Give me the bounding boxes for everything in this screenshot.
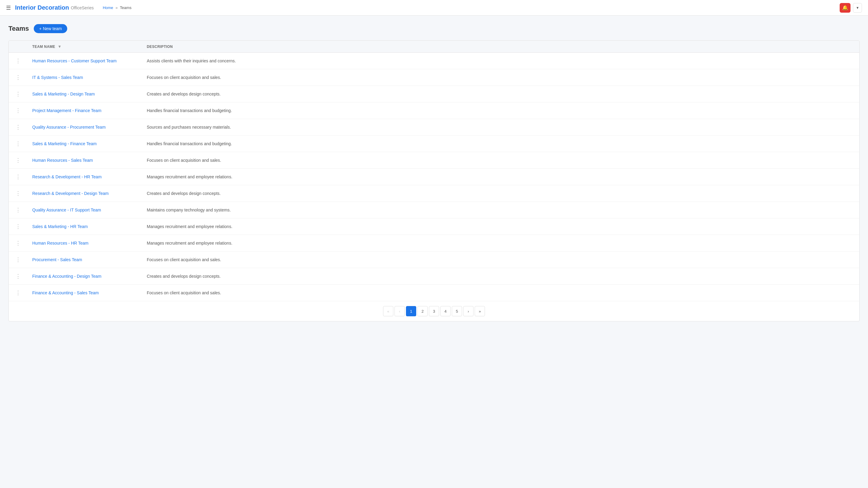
team-name-link[interactable]: Finance & Accounting - Design Team xyxy=(32,274,101,279)
app-title: Interior Decoration xyxy=(15,4,69,11)
row-desc-cell: Creates and develops design concepts. xyxy=(142,185,859,202)
team-name-link[interactable]: Quality Assurance - Procurement Team xyxy=(32,125,105,130)
row-desc-cell: Focuses on client acquisition and sales. xyxy=(142,252,859,268)
new-team-button[interactable]: + New team xyxy=(34,24,67,33)
table-row: ⋮Sales & Marketing - Design TeamCreates … xyxy=(9,86,859,102)
team-name-link[interactable]: Sales & Marketing - Design Team xyxy=(32,92,95,96)
row-name-cell: Procurement - Sales Team xyxy=(27,252,142,268)
row-name-cell: Research & Development - HR Team xyxy=(27,169,142,185)
row-name-cell: Finance & Accounting - Design Team xyxy=(27,268,142,285)
row-action-cell: ⋮ xyxy=(9,285,27,301)
page-first-button[interactable]: « xyxy=(383,306,393,316)
row-action-cell: ⋮ xyxy=(9,119,27,135)
row-desc-cell: Manages recruitment and employee relatio… xyxy=(142,169,859,185)
row-description: Manages recruitment and employee relatio… xyxy=(147,241,232,246)
row-menu-dots[interactable]: ⋮ xyxy=(13,57,23,65)
row-menu-dots[interactable]: ⋮ xyxy=(13,73,23,82)
page-next-button[interactable]: › xyxy=(463,306,473,316)
row-name-cell: Quality Assurance - IT Support Team xyxy=(27,202,142,218)
team-name-link[interactable]: Research & Development - HR Team xyxy=(32,174,101,179)
table-row: ⋮Human Resources - HR TeamManages recrui… xyxy=(9,235,859,252)
row-description: Assists clients with their inquiries and… xyxy=(147,59,236,63)
row-menu-dots[interactable]: ⋮ xyxy=(13,206,23,214)
page-last-button[interactable]: » xyxy=(475,306,485,316)
team-name-link[interactable]: IT & Systems - Sales Team xyxy=(32,75,83,80)
table-row: ⋮Project Management - Finance TeamHandle… xyxy=(9,102,859,119)
row-menu-dots[interactable]: ⋮ xyxy=(13,140,23,148)
app-subtitle: OfficeSeries xyxy=(71,5,94,10)
pagination: « ‹ 1 2 3 4 5 › » xyxy=(9,301,859,321)
filter-icon[interactable]: ▼ xyxy=(58,44,61,49)
row-name-cell: Human Resources - Sales Team xyxy=(27,152,142,169)
team-name-link[interactable]: Human Resources - Sales Team xyxy=(32,158,93,163)
team-name-link[interactable]: Human Resources - Customer Support Team xyxy=(32,59,117,63)
row-menu-dots[interactable]: ⋮ xyxy=(13,123,23,131)
team-name-link[interactable]: Quality Assurance - IT Support Team xyxy=(32,207,101,213)
row-description: Creates and develops design concepts. xyxy=(147,274,221,279)
page-5-button[interactable]: 5 xyxy=(452,306,462,316)
user-dropdown-button[interactable]: ▾ xyxy=(853,3,862,13)
row-description: Focuses on client acquisition and sales. xyxy=(147,75,221,80)
row-menu-dots[interactable]: ⋮ xyxy=(13,90,23,98)
row-name-cell: Human Resources - HR Team xyxy=(27,235,142,252)
breadcrumb-home[interactable]: Home xyxy=(103,5,113,10)
page-3-button[interactable]: 3 xyxy=(429,306,439,316)
main-content: Teams + New team TEAM NAME ▼ DESCRIPTION xyxy=(0,16,868,330)
row-menu-dots[interactable]: ⋮ xyxy=(13,190,23,197)
team-name-link[interactable]: Procurement - Sales Team xyxy=(32,257,82,262)
row-action-cell: ⋮ xyxy=(9,69,27,86)
table-row: ⋮IT & Systems - Sales TeamFocuses on cli… xyxy=(9,69,859,86)
row-desc-cell: Creates and develops design concepts. xyxy=(142,86,859,102)
row-action-cell: ⋮ xyxy=(9,218,27,235)
row-action-cell: ⋮ xyxy=(9,268,27,285)
row-name-cell: Sales & Marketing - HR Team xyxy=(27,218,142,235)
row-menu-dots[interactable]: ⋮ xyxy=(13,223,23,230)
row-desc-cell: Manages recruitment and employee relatio… xyxy=(142,235,859,252)
row-description: Manages recruitment and employee relatio… xyxy=(147,174,232,179)
row-desc-cell: Maintains company technology and systems… xyxy=(142,202,859,218)
page-4-button[interactable]: 4 xyxy=(440,306,451,316)
team-name-link[interactable]: Finance & Accounting - Sales Team xyxy=(32,290,99,295)
team-name-link[interactable]: Sales & Marketing - HR Team xyxy=(32,224,88,229)
table-row: ⋮Human Resources - Sales TeamFocuses on … xyxy=(9,152,859,169)
row-menu-dots[interactable]: ⋮ xyxy=(13,256,23,264)
team-name-link[interactable]: Human Resources - HR Team xyxy=(32,241,88,246)
notification-button[interactable]: 🔔 xyxy=(840,3,850,13)
row-description: Creates and develops design concepts. xyxy=(147,191,221,196)
col-desc-header: DESCRIPTION xyxy=(142,41,859,53)
row-menu-dots[interactable]: ⋮ xyxy=(13,173,23,181)
col-action-header xyxy=(9,41,27,53)
table-row: ⋮Sales & Marketing - HR TeamManages recr… xyxy=(9,218,859,235)
table-row: ⋮Human Resources - Customer Support Team… xyxy=(9,53,859,69)
row-description: Maintains company technology and systems… xyxy=(147,207,231,213)
row-action-cell: ⋮ xyxy=(9,252,27,268)
breadcrumb-current: Teams xyxy=(120,5,131,10)
row-desc-cell: Handles financial transactions and budge… xyxy=(142,135,859,152)
menu-icon[interactable]: ☰ xyxy=(6,4,11,11)
page-1-button[interactable]: 1 xyxy=(406,306,416,316)
table-row: ⋮Procurement - Sales TeamFocuses on clie… xyxy=(9,252,859,268)
row-name-cell: IT & Systems - Sales Team xyxy=(27,69,142,86)
row-desc-cell: Manages recruitment and employee relatio… xyxy=(142,218,859,235)
row-action-cell: ⋮ xyxy=(9,135,27,152)
row-name-cell: Finance & Accounting - Sales Team xyxy=(27,285,142,301)
page-prev-button[interactable]: ‹ xyxy=(395,306,405,316)
row-action-cell: ⋮ xyxy=(9,53,27,69)
bell-icon: 🔔 xyxy=(842,5,848,10)
row-desc-cell: Focuses on client acquisition and sales. xyxy=(142,69,859,86)
row-menu-dots[interactable]: ⋮ xyxy=(13,239,23,247)
row-description: Focuses on client acquisition and sales. xyxy=(147,290,221,295)
row-name-cell: Research & Development - Design Team xyxy=(27,185,142,202)
row-menu-dots[interactable]: ⋮ xyxy=(13,156,23,164)
breadcrumb: Home » Teams xyxy=(103,5,131,10)
team-name-link[interactable]: Project Management - Finance Team xyxy=(32,108,101,113)
header-actions: 🔔 ▾ xyxy=(840,3,862,13)
row-desc-cell: Assists clients with their inquiries and… xyxy=(142,53,859,69)
page-2-button[interactable]: 2 xyxy=(417,306,428,316)
team-name-link[interactable]: Sales & Marketing - Finance Team xyxy=(32,141,97,146)
row-menu-dots[interactable]: ⋮ xyxy=(13,289,23,297)
table-row: ⋮Quality Assurance - IT Support TeamMain… xyxy=(9,202,859,218)
team-name-link[interactable]: Research & Development - Design Team xyxy=(32,191,108,196)
row-menu-dots[interactable]: ⋮ xyxy=(13,272,23,280)
row-menu-dots[interactable]: ⋮ xyxy=(13,107,23,115)
